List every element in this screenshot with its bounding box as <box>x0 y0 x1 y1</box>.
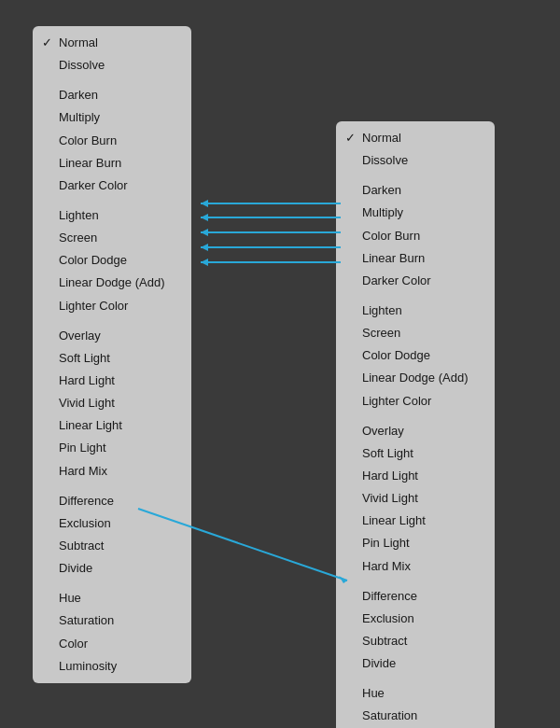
menu-item-linear-dodge-add[interactable]: Linear Dodge (Add) <box>336 367 495 389</box>
svg-marker-9 <box>201 259 208 266</box>
menu-item-vivid-light[interactable]: Vivid Light <box>336 487 495 510</box>
menu-item-normal[interactable]: Normal <box>33 32 191 54</box>
menu-item-soft-light[interactable]: Soft Light <box>33 347 191 370</box>
menu-item-dissolve[interactable]: Dissolve <box>33 54 191 77</box>
menu-item-linear-light[interactable]: Linear Light <box>336 510 495 532</box>
menu-item-hard-light[interactable]: Hard Light <box>336 465 495 487</box>
menu-item-exclusion[interactable]: Exclusion <box>33 512 191 535</box>
menu-item-hard-light[interactable]: Hard Light <box>33 370 191 392</box>
menu-separator <box>33 580 191 587</box>
menu-item-lighten[interactable]: Lighten <box>33 204 191 227</box>
menu-item-divide[interactable]: Divide <box>336 652 495 675</box>
menu-item-darken[interactable]: Darken <box>336 179 495 202</box>
menu-item-pin-light[interactable]: Pin Light <box>336 532 495 554</box>
menu-item-difference[interactable]: Difference <box>336 585 495 608</box>
left-blend-menu[interactable]: NormalDissolveDarkenMultiplyColor BurnLi… <box>33 26 191 683</box>
menu-item-darker-color[interactable]: Darker Color <box>336 270 495 292</box>
menu-item-hue[interactable]: Hue <box>336 682 495 705</box>
menu-separator <box>336 675 495 682</box>
menu-item-hard-mix[interactable]: Hard Mix <box>33 460 191 483</box>
menu-item-linear-burn[interactable]: Linear Burn <box>33 152 191 175</box>
menu-item-luminosity[interactable]: Luminosity <box>33 655 191 678</box>
menu-item-subtract[interactable]: Subtract <box>33 535 191 557</box>
menu-item-color-dodge[interactable]: Color Dodge <box>33 249 191 272</box>
menu-item-hard-mix[interactable]: Hard Mix <box>336 555 495 578</box>
menu-item-screen[interactable]: Screen <box>33 227 191 249</box>
menu-item-difference[interactable]: Difference <box>33 490 191 512</box>
menu-item-subtract[interactable]: Subtract <box>336 630 495 652</box>
menu-item-lighter-color[interactable]: Lighter Color <box>33 295 191 317</box>
menu-item-color-burn[interactable]: Color Burn <box>336 225 495 247</box>
menu-item-pin-light[interactable]: Pin Light <box>33 437 191 459</box>
menu-item-saturation[interactable]: Saturation <box>336 705 495 727</box>
menu-item-lighten[interactable]: Lighten <box>336 300 495 322</box>
menu-item-soft-light[interactable]: Soft Light <box>336 442 495 465</box>
menu-item-overlay[interactable]: Overlay <box>336 420 495 442</box>
menu-separator <box>336 292 495 300</box>
menu-item-hue[interactable]: Hue <box>33 587 191 609</box>
menu-separator <box>336 172 495 179</box>
menu-separator <box>33 317 191 325</box>
menu-item-normal[interactable]: Normal <box>336 127 495 149</box>
menu-item-color[interactable]: Color <box>33 633 191 655</box>
menu-separator <box>336 413 495 420</box>
menu-item-color-burn[interactable]: Color Burn <box>33 130 191 152</box>
menu-separator <box>33 197 191 204</box>
svg-marker-1 <box>201 200 208 207</box>
menu-item-divide[interactable]: Divide <box>33 557 191 580</box>
menu-item-darken[interactable]: Darken <box>33 84 191 106</box>
menu-item-vivid-light[interactable]: Vivid Light <box>33 392 191 414</box>
menu-separator <box>336 578 495 585</box>
menu-item-color-dodge[interactable]: Color Dodge <box>336 344 495 367</box>
menu-item-screen[interactable]: Screen <box>336 322 495 344</box>
menu-item-linear-dodge-add[interactable]: Linear Dodge (Add) <box>33 272 191 294</box>
menu-item-lighter-color[interactable]: Lighter Color <box>336 390 495 413</box>
svg-marker-7 <box>201 244 208 251</box>
menu-item-overlay[interactable]: Overlay <box>33 325 191 347</box>
menu-item-saturation[interactable]: Saturation <box>33 609 191 632</box>
menu-item-darker-color[interactable]: Darker Color <box>33 175 191 197</box>
menu-separator <box>33 483 191 490</box>
menu-item-multiply[interactable]: Multiply <box>336 202 495 224</box>
menu-item-linear-light[interactable]: Linear Light <box>33 414 191 437</box>
menu-item-exclusion[interactable]: Exclusion <box>336 608 495 630</box>
right-blend-menu[interactable]: NormalDissolveDarkenMultiplyColor BurnLi… <box>336 121 495 728</box>
menu-item-multiply[interactable]: Multiply <box>33 106 191 129</box>
menu-item-dissolve[interactable]: Dissolve <box>336 149 495 172</box>
svg-marker-5 <box>201 229 208 236</box>
menu-item-linear-burn[interactable]: Linear Burn <box>336 247 495 270</box>
menu-separator <box>33 77 191 84</box>
svg-marker-3 <box>201 214 208 221</box>
